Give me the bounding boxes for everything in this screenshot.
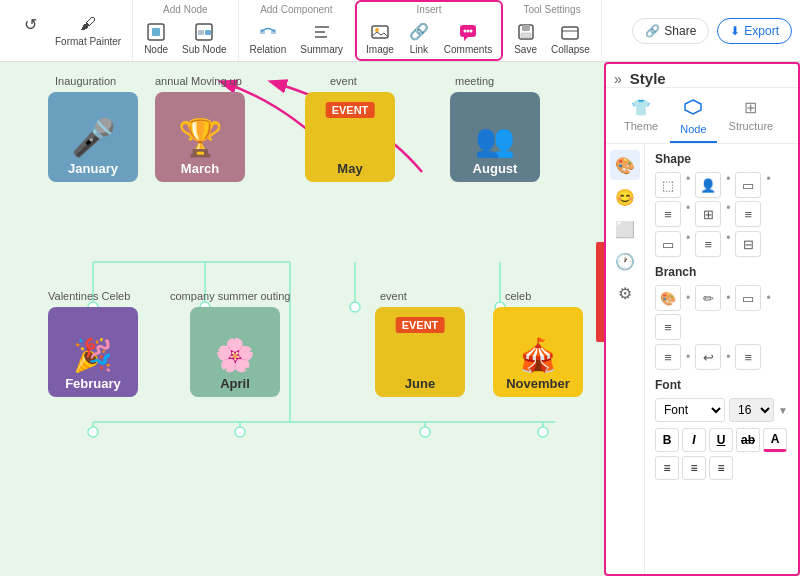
branch-btn-rect[interactable]: ▭	[735, 285, 761, 311]
relation-label: Relation	[250, 44, 287, 55]
link-button[interactable]: 🔗 Link	[403, 19, 435, 58]
format-painter-label: Format Painter	[55, 36, 121, 47]
sep12: •	[726, 350, 730, 364]
shape-icon-grid-2: ▭ • ≡ • ⊟	[655, 231, 788, 257]
main-area: Inauguration annual Moving up event meet…	[0, 62, 800, 576]
tab-theme[interactable]: 👕 Theme	[614, 92, 668, 143]
shape-btn-9[interactable]: ⊟	[735, 231, 761, 257]
align-right-button[interactable]: ≡	[709, 456, 733, 480]
svg-rect-18	[521, 33, 531, 38]
branch-btn-arrow2[interactable]: ↩	[695, 344, 721, 370]
collapse-label: Collapse	[551, 44, 590, 55]
svg-point-41	[235, 427, 245, 437]
branch-row-1: 🎨 • ✏ • ▭ • ≡	[655, 285, 788, 340]
shape-btn-2[interactable]: 👤	[695, 172, 721, 198]
shape-btn-3[interactable]: ▭	[735, 172, 761, 198]
svg-point-14	[467, 29, 470, 32]
svg-point-15	[470, 29, 473, 32]
font-family-select[interactable]: Font	[655, 398, 725, 422]
node-march-label: March	[181, 161, 219, 176]
shape-btn-6[interactable]: ≡	[735, 201, 761, 227]
node-november[interactable]: 🎪 November	[493, 307, 583, 397]
node-button[interactable]: Node	[139, 19, 173, 58]
italic-button[interactable]: I	[682, 428, 706, 452]
format-painter-button[interactable]: 🖌 Format Painter	[50, 11, 126, 50]
sidebar-collapse-button[interactable]: »	[614, 71, 622, 87]
tab-node-label: Node	[680, 123, 706, 135]
sidebar-title: Style	[630, 70, 790, 87]
sidebar: » Style 👕 Theme Node ⊞ Structure 🎨	[604, 62, 800, 576]
node-february[interactable]: 🎉 February	[48, 307, 138, 397]
align-left-button[interactable]: ≡	[655, 456, 679, 480]
shape-btn-8[interactable]: ≡	[695, 231, 721, 257]
shape-btn-1[interactable]: ⬚	[655, 172, 681, 198]
annotation-valentines: Valentines Celeb	[48, 290, 130, 302]
feedback-icon-btn[interactable]: ⚙	[610, 278, 640, 308]
add-node-label: Add Node	[163, 4, 207, 15]
format-row: B I U ab A	[655, 428, 788, 452]
node-february-icon: 🎉	[73, 336, 113, 374]
sidebar-tab-row: 👕 Theme Node ⊞ Structure	[606, 92, 798, 144]
branch-btn-line[interactable]: ✏	[695, 285, 721, 311]
outline-icon-btn[interactable]: ⬜	[610, 214, 640, 244]
bold-button[interactable]: B	[655, 428, 679, 452]
sub-node-button[interactable]: Sub Node	[177, 19, 231, 58]
underline-button[interactable]: U	[709, 428, 733, 452]
branch-btn-lines[interactable]: ≡	[655, 314, 681, 340]
export-button[interactable]: ⬇ Export	[717, 18, 792, 44]
branch-btn-arrow3[interactable]: ≡	[735, 344, 761, 370]
font-row: Font 16 12 14 18 20 ▼	[655, 398, 788, 422]
shape-btn-5[interactable]: ⊞	[695, 201, 721, 227]
node-june[interactable]: EVENT June	[375, 307, 465, 397]
tab-node[interactable]: Node	[670, 92, 716, 143]
image-button[interactable]: Image	[361, 19, 399, 58]
shape-btn-7[interactable]: ▭	[655, 231, 681, 257]
style-icon-btn[interactable]: 🎨	[610, 150, 640, 180]
sub-node-label: Sub Node	[182, 44, 226, 55]
share-button[interactable]: 🔗 Share	[632, 18, 709, 44]
save-label: Save	[514, 44, 537, 55]
sidebar-body: 🎨 😊 ⬜ 🕐 ⚙ Shape ⬚ • 👤 • ▭ • ≡ •	[606, 144, 798, 574]
node-april[interactable]: 🌸 April	[190, 307, 280, 397]
node-march[interactable]: 🏆 March	[155, 92, 245, 182]
undo-button[interactable]: ↺	[14, 11, 46, 50]
annotation-event-may: event	[330, 75, 357, 87]
node-january[interactable]: 🎤 January	[48, 92, 138, 182]
tab-structure[interactable]: ⊞ Structure	[719, 92, 784, 143]
strikethrough-button[interactable]: ab	[736, 428, 760, 452]
summary-icon	[312, 22, 332, 42]
toolbar-group-insert: Insert Image 🔗 Link Comments	[355, 0, 503, 61]
branch-btn-color[interactable]: 🎨	[655, 285, 681, 311]
canvas[interactable]: Inauguration annual Moving up event meet…	[0, 62, 604, 576]
save-button[interactable]: Save	[509, 19, 542, 58]
svg-point-13	[464, 29, 467, 32]
icon-icon-btn[interactable]: 😊	[610, 182, 640, 212]
font-size-select[interactable]: 16 12 14 18 20	[729, 398, 774, 422]
history-icon-btn[interactable]: 🕐	[610, 246, 640, 276]
node-january-label: January	[68, 161, 118, 176]
node-may[interactable]: EVENT May	[305, 92, 395, 182]
summary-button[interactable]: Summary	[295, 19, 348, 58]
align-center-button[interactable]: ≡	[682, 456, 706, 480]
relation-button[interactable]: Relation	[245, 19, 292, 58]
comments-button[interactable]: Comments	[439, 19, 497, 58]
node-tab-icon	[684, 98, 702, 120]
node-may-label: May	[337, 161, 362, 176]
branch-btn-arrow1[interactable]: ≡	[655, 344, 681, 370]
theme-icon: 👕	[631, 98, 651, 117]
comments-label: Comments	[444, 44, 492, 55]
node-august[interactable]: 👥 August	[450, 92, 540, 182]
link-label: Link	[410, 44, 428, 55]
export-icon: ⬇	[730, 24, 740, 38]
font-color-button[interactable]: A	[763, 428, 787, 452]
shape-icon-grid: ⬚ • 👤 • ▭ • ≡ • ⊞ • ≡	[655, 172, 788, 227]
sep11: •	[686, 350, 690, 364]
collapse-button[interactable]: Collapse	[546, 19, 595, 58]
link-icon: 🔗	[409, 22, 429, 42]
share-icon: 🔗	[645, 24, 660, 38]
node-august-icon: 👥	[475, 121, 515, 159]
red-bar	[596, 242, 604, 342]
shape-btn-4[interactable]: ≡	[655, 201, 681, 227]
sep7: •	[726, 231, 730, 257]
toolbar-group-add-node: Add Node Node Sub Node	[133, 0, 238, 61]
